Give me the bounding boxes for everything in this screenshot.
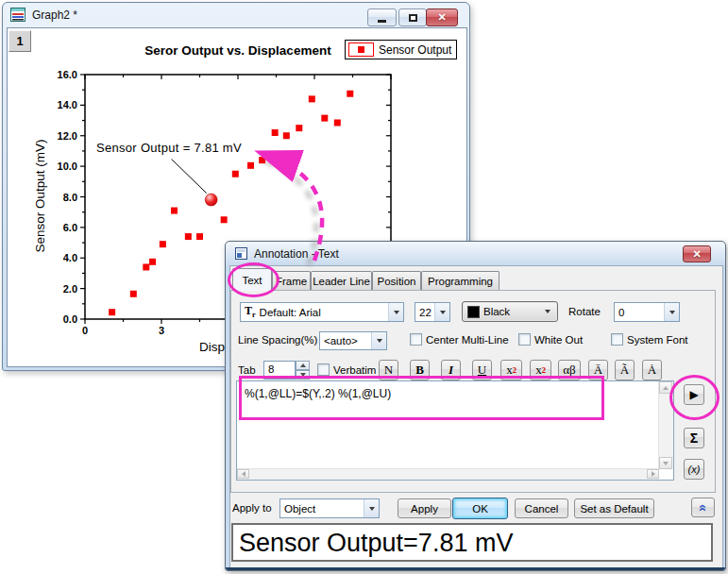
restore-icon <box>409 14 417 22</box>
tab-size-label: Tab <box>238 364 256 376</box>
svg-text:3: 3 <box>159 325 164 336</box>
greek-button[interactable]: αβ <box>558 360 581 380</box>
svg-text:4.0: 4.0 <box>63 252 77 263</box>
legend[interactable]: Sensor Output <box>345 40 457 59</box>
line-spacing-select[interactable]: <auto> <box>319 331 387 350</box>
spin-up-icon[interactable] <box>296 361 310 370</box>
normal-format-button[interactable]: N <box>379 360 398 380</box>
center-multiline-checkbox[interactable] <box>410 333 422 346</box>
verbatim-label: Verbatim <box>333 364 376 376</box>
tab-size-input[interactable]: 8 <box>263 361 296 380</box>
scroll-down-icon[interactable] <box>659 457 672 469</box>
svg-text:10.0: 10.0 <box>58 160 77 172</box>
minimize-button[interactable] <box>367 8 397 26</box>
apply-to-value: Object <box>284 503 315 515</box>
restore-button[interactable] <box>398 8 427 26</box>
font-size-select[interactable]: 22 <box>415 302 450 322</box>
svg-text:2.0: 2.0 <box>63 283 77 295</box>
bold-button[interactable]: B <box>410 360 430 380</box>
tab-size-stepper[interactable] <box>296 361 310 380</box>
tab-position[interactable]: Position <box>372 271 421 290</box>
ok-button[interactable]: OK <box>452 498 508 519</box>
font-size-value: 22 <box>419 307 432 318</box>
rotate-label: Rotate <box>568 306 601 317</box>
window-title: Graph2 * <box>32 8 77 22</box>
white-out-label: White Out <box>534 334 583 346</box>
line-spacing-label: Line Spacing(%) <box>238 334 317 346</box>
superscript-button[interactable]: x2 <box>500 360 522 380</box>
spin-down-icon[interactable] <box>296 370 310 380</box>
vertical-scrollbar[interactable] <box>658 381 673 469</box>
center-multiline-label: Center Multi-Line <box>426 334 509 346</box>
annotation-text-input[interactable]: %(1,@LL)=$(Y,.2) %(1,@LU) <box>236 380 674 481</box>
font-value: Default: Arial <box>260 307 321 318</box>
graph-window-titlebar[interactable]: Graph2 * ✕ <box>3 3 469 27</box>
svg-text:Sensor Output = 7.81 mV: Sensor Output = 7.81 mV <box>96 141 242 155</box>
legend-marker-icon <box>348 42 374 57</box>
dialog-close-button[interactable]: ✕ <box>683 245 711 262</box>
svg-text:8.0: 8.0 <box>63 192 77 203</box>
underline-button[interactable]: U <box>472 360 492 380</box>
cancel-button[interactable]: Cancel <box>515 498 568 518</box>
apply-to-select[interactable]: Object <box>279 498 380 518</box>
white-out-checkbox[interactable] <box>518 333 531 346</box>
symbol-map-button[interactable]: Σ <box>684 428 704 448</box>
scroll-up-icon[interactable] <box>659 381 672 394</box>
line-spacing-value: <auto> <box>324 335 358 346</box>
insert-variable-button[interactable]: (x) <box>684 459 704 480</box>
subscript-button[interactable]: x2 <box>530 360 551 380</box>
svg-text:12.0: 12.0 <box>58 130 77 142</box>
verbatim-checkbox[interactable] <box>317 363 330 376</box>
apply-button[interactable]: Apply <box>398 498 451 518</box>
close-icon: ✕ <box>437 11 446 24</box>
preview-text: Sensor Output=7.81 mV <box>231 523 713 562</box>
a-dot-button[interactable]: Ȧ <box>642 360 662 380</box>
font-color-select[interactable]: Black <box>462 301 558 322</box>
collapse-button[interactable]: « <box>691 498 715 517</box>
system-font-label: System Font <box>627 334 688 346</box>
svg-text:6.0: 6.0 <box>63 222 77 233</box>
annotation-dialog: Annotation - Text ✕ Text Frame Leader Li… <box>225 241 726 571</box>
chart-title: Seror Output vs. Displacement <box>96 43 380 58</box>
font-select[interactable]: Tr Default: Arial <box>240 302 404 322</box>
color-swatch-icon <box>467 306 480 318</box>
dialog-bottom-edge <box>226 567 725 570</box>
tab-text[interactable]: Text <box>232 268 272 291</box>
a-tilde-button[interactable]: Ã <box>615 360 635 380</box>
tab-page-text: Tr Default: Arial 22 Black Rotate 0 Line… <box>230 290 716 493</box>
scroll-left-icon[interactable] <box>237 469 249 479</box>
graph-icon <box>10 8 26 23</box>
font-color-value: Black <box>483 306 510 317</box>
svg-text:0.0: 0.0 <box>63 313 77 325</box>
svg-text:0: 0 <box>82 325 88 336</box>
svg-text:14.0: 14.0 <box>58 99 77 110</box>
svg-text:16.0: 16.0 <box>58 69 77 80</box>
a-bar-button[interactable]: Ā <box>588 360 608 380</box>
close-icon: ✕ <box>692 248 701 261</box>
rotate-select[interactable]: 0 <box>614 302 680 322</box>
tab-leader-line[interactable]: Leader Line <box>311 271 372 290</box>
dropdown-arrow-icon[interactable] <box>434 303 449 321</box>
dropdown-arrow-icon[interactable] <box>388 303 403 321</box>
dropdown-arrow-icon[interactable] <box>664 303 679 321</box>
dropdown-arrow-icon <box>545 310 550 313</box>
dropdown-arrow-icon[interactable] <box>364 499 379 517</box>
font-icon: Tr <box>245 304 256 319</box>
dialog-title: Annotation - Text <box>254 247 339 261</box>
tab-programming[interactable]: Programming <box>421 271 499 290</box>
tab-frame[interactable]: Frame <box>272 271 311 290</box>
system-font-checkbox[interactable] <box>611 333 623 346</box>
dropdown-arrow-icon[interactable] <box>371 332 386 349</box>
rotate-value: 0 <box>618 307 624 318</box>
legend-label: Sensor Output <box>379 43 451 57</box>
close-button[interactable]: ✕ <box>426 8 458 26</box>
y-axis-label: Sensor Output (mV) <box>33 130 47 262</box>
apply-to-label: Apply to <box>232 502 272 514</box>
dialog-icon <box>235 247 247 260</box>
insert-menu-button[interactable]: ▶ <box>684 384 704 405</box>
set-as-default-button[interactable]: Set as Default <box>574 498 654 518</box>
horizontal-scrollbar[interactable] <box>237 468 659 480</box>
chevron-up-icon: « <box>696 504 709 512</box>
scroll-right-icon[interactable] <box>647 469 659 479</box>
italic-button[interactable]: I <box>441 360 461 380</box>
